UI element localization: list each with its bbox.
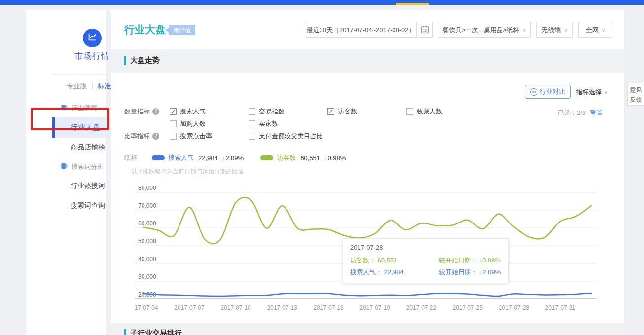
tab-pro-version[interactable]: 专业版 [62,82,92,91]
checkbox-搜索点击率[interactable]: 搜索点击率 [170,132,212,140]
top-nav-active-indicator [396,3,429,5]
checkbox-访客数[interactable]: ✓访客数 [327,108,357,115]
help-icon[interactable]: ? [152,133,159,140]
svg-text:60,000: 60,000 [138,220,156,227]
chevron-up-icon: ∧ [604,90,608,95]
vs-icon: vs [530,88,537,96]
legend-value: 60,551 [300,154,320,162]
tooltip-date: 2017-07-28 [350,244,501,251]
cumulative-value-badge: 累计值 [169,25,195,35]
legend-marker [260,155,273,160]
checkbox-label: 加购人数 [180,119,206,128]
category-dropdown[interactable]: 餐饮具>一次...桌用品>纸杯 ∨ [438,22,531,38]
svg-text:2017-07-25: 2017-07-25 [453,304,483,311]
legend-item-搜索人气[interactable]: 搜索人气22,984↓2.09% [152,153,244,162]
metric-groups: 数量指标?✓搜索人气交易指数✓访客数收藏人数加购人数卖家数比率指标?搜索点击率支… [124,108,529,147]
checkbox-label: 收藏人数 [417,107,442,116]
tooltip-change: 较开始日期： ↓0.98% [439,256,501,265]
tooltip-row-访客数: 访客数： 60,551较开始日期： ↓0.98% [350,255,501,266]
checkbox-label: 搜索点击率 [180,132,212,141]
tooltip-rows: 访客数： 60,551较开始日期： ↓0.98%搜索人气： 22,984较开始日… [350,255,501,278]
legend-name: 访客数 [277,153,296,162]
selected-count: 已选：2/3 [558,109,586,117]
sidebar: 市场行情 专业版 标准版 行业洞察行业大盘商品店铺榜搜索词分析行业热搜词搜索词查… [26,10,106,335]
tooltip-change: 较开始日期： ↓2.09% [439,268,501,277]
checkbox-加购人数[interactable]: 加购人数 [170,120,206,128]
svg-text:80,000: 80,000 [138,185,156,191]
checkbox-unchecked-icon[interactable] [170,133,177,140]
section-title: 大盘走势 [130,56,160,65]
metric-group-label: 数量指标? [124,108,159,115]
sidebar-item-label: 行业热搜词 [71,182,105,189]
next-section-title: 子行业交易排行 [130,329,182,335]
tooltip-metric-value: 搜索人气： 22,984 [350,268,403,277]
svg-text:2017-07-28: 2017-07-28 [499,304,530,311]
app-logo [83,29,102,47]
page: 市场行情 专业版 标准版 行业洞察行业大盘商品店铺榜搜索词分析行业热搜词搜索词查… [0,0,644,335]
legend-category: 纸杯 [124,153,137,162]
reset-link[interactable]: 重置 [590,109,603,117]
checkbox-支付金额较父类目占比[interactable]: 支付金额较父类目占比 [249,132,323,140]
metric-selector-toggle[interactable]: 指标选择 ∧ [576,88,608,97]
legend-change: ↓0.98% [324,154,346,162]
trend-chart-icon [87,32,98,44]
next-section-band: 子行业交易排行 [111,323,624,335]
checkbox-收藏人数[interactable]: 收藏人数 [406,108,442,115]
svg-text:2017-07-22: 2017-07-22 [406,304,437,311]
checkbox-checked-icon[interactable]: ✓ [170,108,177,115]
arrow-down-icon: ↓ [479,268,483,276]
svg-text:70,000: 70,000 [138,202,156,209]
date-range-selector[interactable]: 最近30天（2017-07-04~2017-08-02） [305,22,417,38]
metric-group-label: 比率指标? [124,132,159,140]
svg-text:2017-07-04: 2017-07-04 [135,304,158,311]
legend-marker [152,155,165,160]
checkbox-搜索人气[interactable]: ✓搜索人气 [170,108,206,115]
terminal-dropdown[interactable]: 无线端 ∨ [536,22,573,38]
calendar-icon: 15 [421,25,429,35]
svg-text:40,000: 40,000 [138,256,156,262]
legend-change: ↓2.09% [222,154,244,162]
scope-dropdown[interactable]: 全网 ∨ [578,22,612,38]
help-icon[interactable]: ? [152,108,159,115]
checkbox-unchecked-icon[interactable] [249,120,255,127]
checkbox-label: 交易指数 [259,107,285,116]
tooltip-metric-value: 访客数： 60,551 [350,256,397,265]
svg-text:2017-07-19: 2017-07-19 [360,304,391,311]
checkbox-卖家数[interactable]: 卖家数 [249,120,278,128]
legend-name: 搜索人气 [168,153,194,162]
chart-note: 以下涨跌幅均为当前日期与起始日期的比值 [131,167,244,176]
tooltip-row-搜索人气: 搜索人气： 22,984较开始日期： ↓2.09% [350,266,501,278]
sidebar-item-label: 搜索词分析 [72,162,104,171]
sidebar-item-label: 行业洞察 [72,104,97,112]
checkbox-unchecked-icon[interactable] [249,108,255,115]
calendar-button[interactable]: 15 [416,22,433,38]
feedback-tab[interactable]: 意见 反馈 [627,83,644,106]
chart-legend: 纸杯 搜索人气22,984↓2.09%访客数60,551↓0.98% [124,153,362,162]
checkbox-unchecked-icon[interactable] [170,120,177,127]
checkbox-label: 搜索人气 [180,107,206,116]
legend-item-访客数[interactable]: 访客数60,551↓0.98% [260,153,346,162]
checkbox-label: 访客数 [338,107,357,116]
checkbox-unchecked-icon[interactable] [249,133,255,140]
checkbox-label: 支付金额较父类目占比 [259,132,323,141]
svg-text:2017-07-07: 2017-07-07 [174,304,205,311]
chart-tooltip: 2017-07-28 访客数： 60,551较开始日期： ↓0.98%搜索人气：… [343,238,509,283]
checkbox-交易指数[interactable]: 交易指数 [249,108,285,115]
legend-items: 搜索人气22,984↓2.09%访客数60,551↓0.98% [152,153,362,162]
chevron-down-icon: ∨ [522,27,526,33]
legend-value: 22,984 [198,154,218,162]
arrow-down-icon: ↓ [479,257,483,264]
sidebar-item-label: 行业大盘 [71,123,100,131]
chevron-down-icon: ∨ [564,27,567,33]
top-nav-bar [0,0,644,5]
industry-compare-button[interactable]: vs 行业对比 [525,85,571,99]
ledger-icon [61,162,68,171]
svg-text:2017-07-10: 2017-07-10 [220,304,251,311]
chevron-down-icon: ∨ [602,27,605,33]
checkbox-unchecked-icon[interactable] [406,108,413,115]
checkbox-checked-icon[interactable]: ✓ [327,108,334,115]
checkbox-label: 卖家数 [259,119,278,128]
svg-text:2017-07-16: 2017-07-16 [313,304,344,311]
sidebar-item-label: 商品店铺榜 [71,143,105,151]
svg-text:15: 15 [423,29,427,32]
